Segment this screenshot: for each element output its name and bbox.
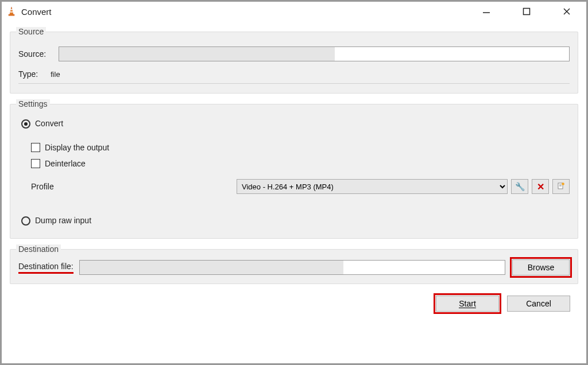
- start-button-label: Start: [459, 299, 476, 308]
- dump-raw-radio-input[interactable]: [21, 216, 30, 226]
- source-input-display: [59, 46, 570, 61]
- source-group: Source Source: Type: file: [10, 27, 578, 94]
- edit-profile-button[interactable]: 🔧: [511, 179, 528, 194]
- dialog-footer: Start Cancel: [10, 290, 578, 312]
- display-output-checkbox[interactable]: Display the output: [29, 141, 570, 154]
- svg-rect-0: [10, 9, 13, 10]
- settings-group: Settings Convert Display the output Dein…: [10, 99, 578, 239]
- browse-button[interactable]: Browse: [512, 259, 570, 275]
- convert-radio-label: Convert: [35, 119, 63, 128]
- profile-label: Profile: [18, 182, 237, 191]
- divider: [18, 83, 570, 84]
- delete-x-icon: ✕: [537, 181, 544, 192]
- deinterlace-label: Deinterlace: [45, 159, 86, 168]
- convert-radio-input[interactable]: [21, 119, 30, 129]
- new-profile-button[interactable]: [552, 179, 570, 194]
- start-button[interactable]: Start: [436, 296, 499, 312]
- vlc-cone-icon: [6, 6, 17, 17]
- new-file-icon: [557, 182, 565, 192]
- display-output-checkbox-input[interactable]: [31, 143, 40, 152]
- source-label: Source:: [18, 49, 59, 59]
- display-output-label: Display the output: [45, 143, 109, 152]
- destination-legend: Destination: [16, 244, 61, 254]
- destination-group: Destination Destination file: Browse: [10, 244, 578, 284]
- source-legend: Source: [16, 27, 46, 36]
- profile-select[interactable]: Video - H.264 + MP3 (MP4): [237, 179, 508, 194]
- type-value: file: [51, 70, 60, 79]
- deinterlace-checkbox-input[interactable]: [31, 159, 40, 168]
- window-title: Convert: [21, 7, 52, 17]
- type-label: Type:: [18, 69, 51, 79]
- destination-file-input[interactable]: [79, 260, 505, 275]
- convert-radio[interactable]: Convert: [18, 118, 570, 129]
- dump-raw-radio[interactable]: Dump raw input: [18, 215, 570, 226]
- dump-raw-label: Dump raw input: [35, 216, 91, 225]
- svg-rect-2: [9, 14, 14, 15]
- svg-rect-1: [10, 11, 13, 13]
- title-bar: Convert: [2, 2, 586, 21]
- svg-rect-4: [524, 9, 530, 15]
- destination-file-label: Destination file:: [18, 262, 74, 274]
- destination-redacted: [80, 261, 343, 274]
- svg-point-10: [562, 182, 564, 185]
- minimize-button[interactable]: [476, 3, 497, 20]
- deinterlace-checkbox[interactable]: Deinterlace: [29, 157, 570, 170]
- source-redacted: [59, 47, 335, 61]
- close-button[interactable]: [556, 3, 577, 20]
- settings-legend: Settings: [16, 99, 50, 108]
- delete-profile-button[interactable]: ✕: [532, 179, 549, 194]
- wrench-icon: 🔧: [515, 182, 525, 191]
- cancel-button[interactable]: Cancel: [507, 296, 570, 312]
- maximize-button[interactable]: [516, 3, 537, 20]
